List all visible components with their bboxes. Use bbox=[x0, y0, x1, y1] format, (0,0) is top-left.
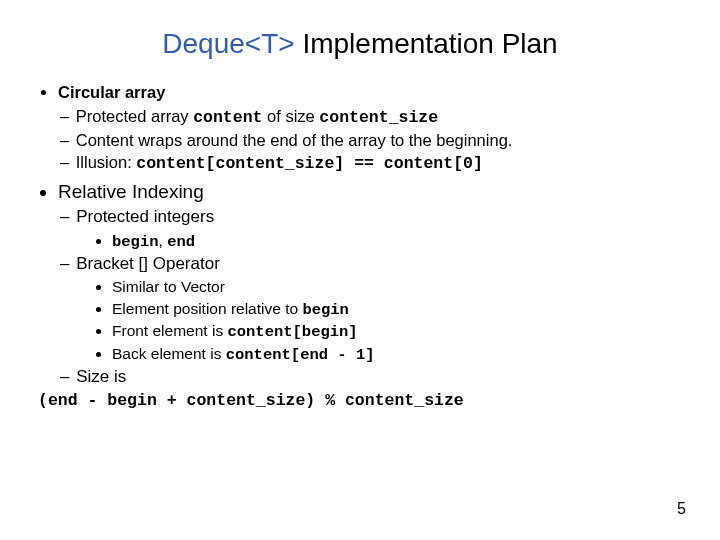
size-label: Size is bbox=[76, 367, 126, 386]
comma: , bbox=[159, 232, 168, 249]
outline-list: Circular array Protected array content o… bbox=[36, 82, 684, 411]
text: of size bbox=[262, 107, 319, 125]
slide: Deque<T> Implementation Plan Circular ar… bbox=[0, 0, 720, 540]
code-content-size: content_size bbox=[319, 108, 438, 127]
code-content: content bbox=[193, 108, 262, 127]
text: Front element is bbox=[112, 322, 227, 339]
protected-vars-list: begin, end bbox=[78, 231, 684, 252]
bracket-operator-item: Bracket [] Operator Similar to Vector El… bbox=[78, 253, 684, 365]
slide-title: Deque<T> Implementation Plan bbox=[36, 28, 684, 60]
circular-array-section: Circular array Protected array content o… bbox=[58, 82, 684, 175]
relative-indexing-section: Relative Indexing Protected integers beg… bbox=[58, 179, 684, 411]
circular-item-wraps: Content wraps around the end of the arra… bbox=[78, 130, 684, 152]
bracket-sublist: Similar to Vector Element position relat… bbox=[78, 277, 684, 365]
code-begin: begin bbox=[112, 233, 159, 251]
relative-indexing-heading: Relative Indexing bbox=[58, 181, 204, 202]
text: Back element is bbox=[112, 345, 226, 362]
code-front: content[begin] bbox=[227, 323, 357, 341]
code-begin-ref: begin bbox=[302, 301, 349, 319]
text: Element position relative to bbox=[112, 300, 302, 317]
text: Illusion: bbox=[76, 153, 137, 171]
protected-integers-label: Protected integers bbox=[76, 207, 214, 226]
circular-array-sublist: Protected array content of size content_… bbox=[58, 106, 684, 175]
bracket-item-back: Back element is content[end - 1] bbox=[112, 344, 684, 365]
bracket-item-relative: Element position relative to begin bbox=[112, 299, 684, 320]
bracket-operator-label: Bracket [] Operator bbox=[76, 254, 220, 273]
circular-item-protected: Protected array content of size content_… bbox=[78, 106, 684, 129]
code-end: end bbox=[167, 233, 195, 251]
code-illusion: content[content_size] == content[0] bbox=[136, 154, 483, 173]
title-code: Deque<T> bbox=[162, 28, 294, 59]
text: Protected array bbox=[76, 107, 193, 125]
size-formula: (end - begin + content_size) % content_s… bbox=[38, 390, 464, 412]
code-back: content[end - 1] bbox=[226, 346, 375, 364]
size-item: Size is (end - begin + content_size) % c… bbox=[78, 366, 684, 411]
circular-array-heading: Circular array bbox=[58, 83, 165, 101]
relative-sublist: Protected integers begin, end Bracket []… bbox=[58, 206, 684, 411]
page-number: 5 bbox=[677, 500, 686, 518]
title-rest: Implementation Plan bbox=[295, 28, 558, 59]
bracket-item-front: Front element is content[begin] bbox=[112, 321, 684, 342]
bracket-item-similar: Similar to Vector bbox=[112, 277, 684, 297]
circular-item-illusion: Illusion: content[content_size] == conte… bbox=[78, 152, 684, 175]
protected-vars: begin, end bbox=[112, 231, 684, 252]
protected-integers-item: Protected integers begin, end bbox=[78, 206, 684, 252]
